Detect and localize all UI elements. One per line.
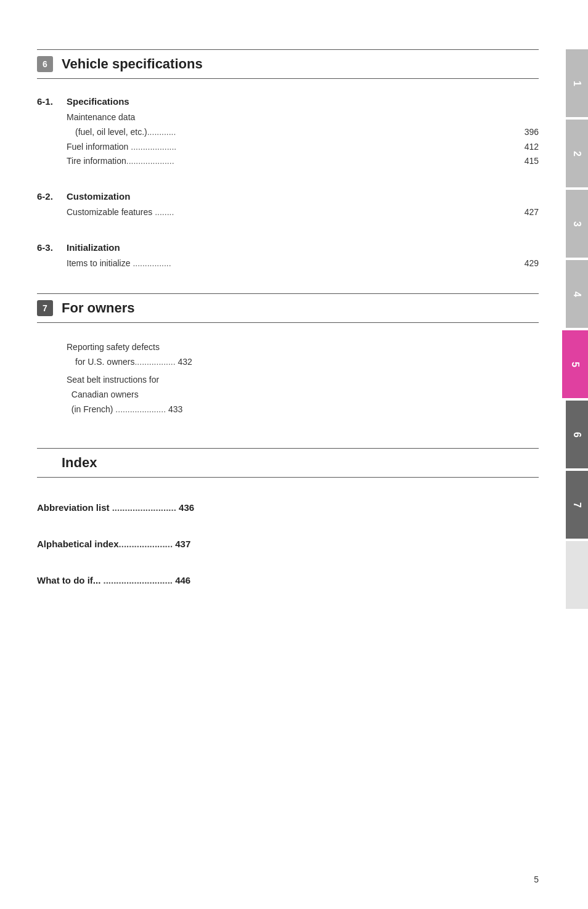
subsection-6-3-entries: Items to initialize ................ 429 bbox=[37, 256, 539, 271]
index-header: Index bbox=[37, 448, 539, 478]
tab-3[interactable]: 3 bbox=[566, 190, 588, 258]
subsection-6-1: 6-1. Specifications Maintenance data (fu… bbox=[37, 96, 539, 169]
main-content: 6 Vehicle specifications 6-1. Specificat… bbox=[37, 0, 539, 593]
index-entry-alphabetical[interactable]: Alphabetical index..................... … bbox=[37, 531, 539, 556]
subsection-6-1-title: Specifications bbox=[67, 96, 129, 107]
section-7-header: 7 For owners bbox=[37, 293, 539, 323]
tab-5[interactable]: 5 bbox=[562, 330, 588, 398]
sidebar-tabs: 1 2 3 4 5 6 7 bbox=[556, 0, 588, 909]
index-entry-abbreviation[interactable]: Abbreviation list ......................… bbox=[37, 495, 539, 520]
subsection-6-3-number: 6-3. bbox=[37, 242, 62, 253]
section-7-badge: 7 bbox=[37, 300, 53, 316]
toc-entry-tire-info: Tire information.................... 415 bbox=[67, 154, 539, 169]
index-entry-what-to-do[interactable]: What to do if... .......................… bbox=[37, 568, 539, 593]
tab-empty bbox=[566, 541, 588, 609]
toc-entry-fuel-oil: (fuel, oil level, etc.)............ 396 bbox=[67, 125, 539, 140]
toc-entry-fuel-info: Fuel information ................... 412 bbox=[67, 140, 539, 155]
subsection-6-2-number: 6-2. bbox=[37, 191, 62, 202]
for-owners-entries: Reporting safety defects for U.S. owners… bbox=[37, 340, 539, 417]
section-6-badge: 6 bbox=[37, 56, 53, 72]
index-title: Index bbox=[62, 455, 97, 471]
tab-6[interactable]: 6 bbox=[566, 401, 588, 468]
subsection-6-2: 6-2. Customization Customizable features… bbox=[37, 191, 539, 220]
subsection-6-2-title: Customization bbox=[67, 191, 130, 202]
tab-2[interactable]: 2 bbox=[566, 120, 588, 187]
toc-entry-maintenance: Maintenance data bbox=[67, 110, 539, 125]
subsection-6-2-entries: Customizable features ........ 427 bbox=[37, 205, 539, 220]
subsection-6-3-title: Initialization bbox=[67, 242, 120, 253]
tab-4[interactable]: 4 bbox=[566, 260, 588, 328]
toc-entry-customizable: Customizable features ........ 427 bbox=[67, 205, 539, 220]
for-owners-entry-2: Seat belt instructions for Canadian owne… bbox=[67, 373, 539, 417]
subsection-6-3: 6-3. Initialization Items to initialize … bbox=[37, 242, 539, 271]
toc-entry-initialize: Items to initialize ................ 429 bbox=[67, 256, 539, 271]
index-entries: Abbreviation list ......................… bbox=[37, 495, 539, 593]
subsection-6-1-entries: Maintenance data (fuel, oil level, etc.)… bbox=[37, 110, 539, 169]
page-number: 5 bbox=[534, 874, 539, 884]
subsection-6-1-number: 6-1. bbox=[37, 96, 62, 107]
tab-7[interactable]: 7 bbox=[566, 471, 588, 539]
section-7-title: For owners bbox=[62, 300, 135, 316]
section-6-header: 6 Vehicle specifications bbox=[37, 49, 539, 79]
for-owners-entry-1: Reporting safety defects for U.S. owners… bbox=[67, 340, 539, 370]
section-6-title: Vehicle specifications bbox=[62, 56, 203, 72]
tab-1[interactable]: 1 bbox=[566, 49, 588, 117]
